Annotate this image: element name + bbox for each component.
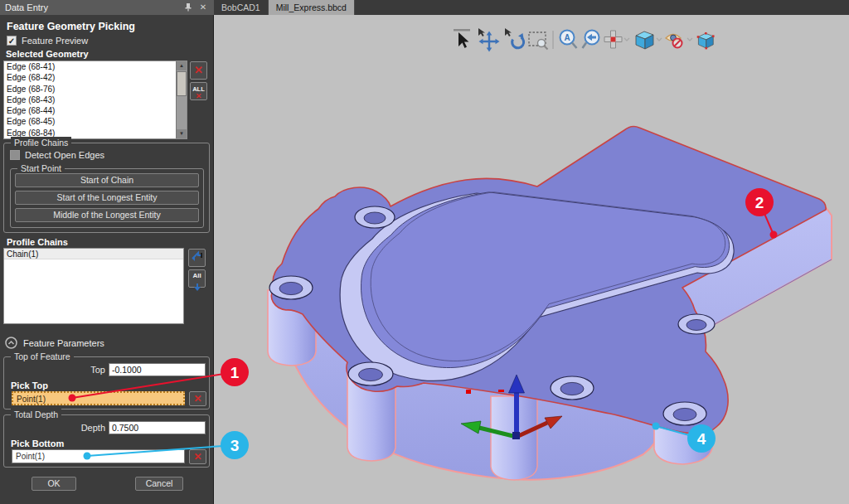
reverse-chain-button[interactable]	[188, 249, 206, 267]
depth-input[interactable]	[109, 421, 206, 434]
list-item[interactable]: Edge (68-45)	[4, 116, 187, 127]
cad-part-model[interactable]	[214, 15, 849, 504]
list-item[interactable]: Edge (68-44)	[4, 105, 187, 116]
profile-chains-label: Profile Chains	[7, 237, 68, 247]
tab-bobcad1[interactable]: BobCAD1	[214, 0, 269, 15]
reverse-all-chains-button[interactable]: All	[188, 269, 206, 288]
start-of-longest-entity-button[interactable]: Start of the Longest Entity	[15, 191, 199, 205]
list-item[interactable]: Edge (68-76)	[4, 84, 187, 94]
profile-chains-group-legend: Profile Chains	[11, 137, 71, 149]
close-icon[interactable]: ✕	[197, 2, 209, 12]
feature-preview-label: Feature Preview	[22, 36, 88, 46]
profile-chains-group: Profile Chains Detect Open Edges Start P…	[3, 143, 210, 233]
selected-geometry-list[interactable]: Edge (68-41) Edge (68-42) Edge (68-76) E…	[3, 61, 187, 139]
panel-title: Data Entry	[5, 2, 179, 12]
document-tab-bar: BobCAD1 Mill_Express.bbcd	[214, 0, 849, 15]
detect-open-edges-checkbox[interactable]: Detect Open Edges	[10, 150, 104, 160]
total-depth-group: Total Depth Depth Pick Bottom Point(1) ✕	[3, 414, 210, 468]
pick-top-field[interactable]: Point(1)	[12, 391, 185, 405]
feature-parameters-header[interactable]: Feature Parameters	[5, 337, 104, 349]
list-item[interactable]: Edge (68-42)	[4, 72, 187, 83]
pick-bottom-label: Pick Bottom	[11, 439, 64, 448]
ok-button[interactable]: OK	[32, 477, 76, 491]
delete-all-x-icon: ✕	[191, 93, 206, 99]
data-entry-panel: Data Entry ✕ Feature Geometry Picking ✓ …	[0, 0, 214, 504]
list-item[interactable]: Edge (68-41)	[4, 61, 187, 72]
top-label: Top	[37, 365, 105, 375]
delete-x-icon: ✕	[194, 64, 203, 76]
top-input[interactable]	[109, 363, 206, 376]
clear-pick-bottom-button[interactable]: ✕	[189, 449, 206, 464]
pick-bottom-field[interactable]: Point(1)	[12, 449, 185, 463]
delete-selected-button[interactable]: ✕	[190, 61, 207, 80]
scrollbar[interactable]: ▲ ▼	[176, 61, 187, 138]
start-point-group: Start Point Start of Chain Start of the …	[10, 168, 204, 228]
tab-mill-express[interactable]: Mill_Express.bbcd	[269, 0, 355, 15]
cancel-button[interactable]: Cancel	[135, 477, 183, 491]
feature-parameters-label: Feature Parameters	[23, 338, 104, 348]
scroll-down-icon[interactable]: ▼	[177, 129, 187, 138]
middle-of-longest-entity-button[interactable]: Middle of the Longest Entity	[15, 208, 199, 222]
viewport-3d[interactable]: A	[214, 15, 849, 504]
reverse-all-icon	[192, 284, 202, 291]
chain-list-item[interactable]: Chain(1)	[4, 249, 183, 259]
profile-chains-list[interactable]: Chain(1)	[3, 248, 184, 324]
panel-titlebar: Data Entry ✕	[0, 0, 214, 15]
top-of-feature-group: Top of Feature Top Pick Top Point(1) ✕	[3, 356, 210, 410]
delete-all-button[interactable]: ALL ✕	[190, 82, 207, 100]
checkbox-unchecked-icon[interactable]	[10, 150, 20, 160]
total-depth-legend: Total Depth	[11, 409, 61, 421]
panel-heading: Feature Geometry Picking	[7, 21, 135, 32]
detect-open-edges-label: Detect Open Edges	[25, 150, 104, 160]
checkbox-checked-icon[interactable]: ✓	[7, 36, 17, 46]
pick-top-label: Pick Top	[11, 380, 48, 390]
reverse-chain-icon	[191, 250, 204, 263]
top-of-feature-legend: Top of Feature	[11, 351, 74, 363]
list-item[interactable]: Edge (68-43)	[4, 94, 187, 105]
selected-geometry-label: Selected Geometry	[6, 49, 89, 59]
pin-icon[interactable]	[182, 2, 194, 12]
scroll-thumb[interactable]	[177, 71, 187, 96]
scroll-up-icon[interactable]: ▲	[177, 61, 187, 70]
feature-preview-checkbox[interactable]: ✓ Feature Preview	[7, 36, 88, 46]
clear-pick-top-button[interactable]: ✕	[189, 391, 206, 406]
depth-label: Depth	[37, 423, 105, 433]
collapse-chevron-icon	[5, 337, 17, 349]
reverse-all-label: All	[189, 270, 205, 279]
start-of-chain-button[interactable]: Start of Chain	[15, 173, 199, 187]
